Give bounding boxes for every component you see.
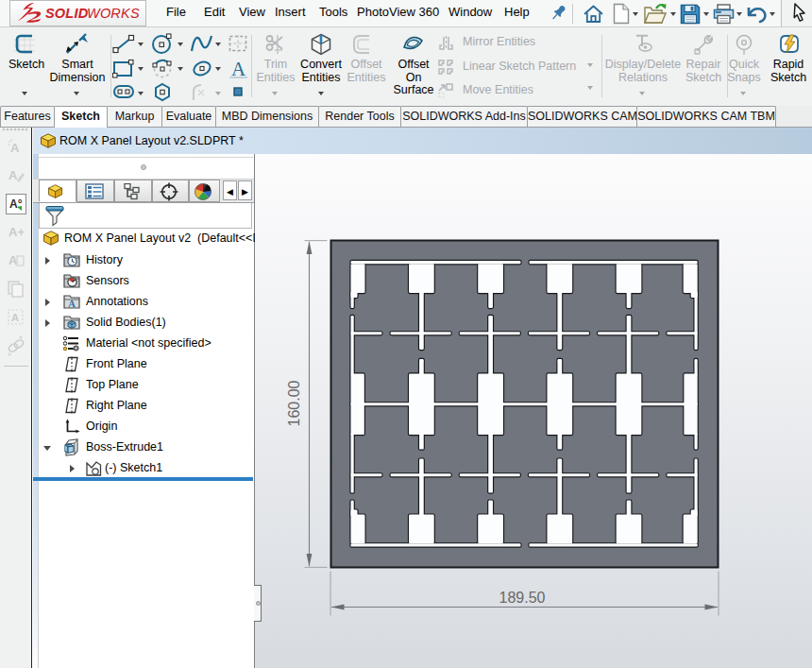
svg-text:A: A [68,299,76,309]
svg-text:A: A [231,58,246,80]
svg-text:189.50: 189.50 [499,590,546,606]
svg-text:160.00: 160.00 [286,380,302,426]
svg-text:WORKS: WORKS [87,6,140,21]
svg-text:SOLID: SOLID [45,6,89,21]
